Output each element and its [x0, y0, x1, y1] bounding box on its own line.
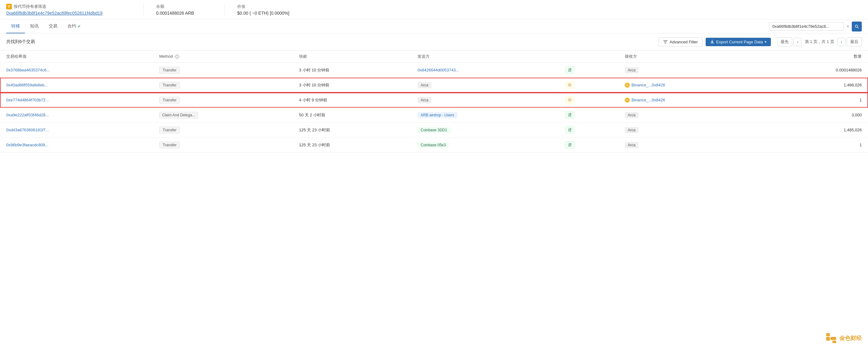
tx-hash-link[interactable]: 0x96b9e3faeacdc809...	[6, 143, 49, 147]
advanced-filter-button[interactable]: Advanced Filter	[658, 37, 702, 46]
transactions-table-container: 交易哈希值 Method ⓘ 块龄 发送方 接收方 数量 0x3768bea46…	[0, 50, 868, 152]
method-cell: Transfer	[153, 78, 293, 93]
export-button[interactable]: Export Current Page Data ▾	[706, 38, 771, 46]
search-clear-button[interactable]: ×	[846, 24, 850, 29]
download-icon	[710, 40, 714, 44]
svg-line-4	[858, 27, 859, 28]
receiver-cell: Arca	[619, 108, 763, 123]
col-method: Method ⓘ	[153, 50, 293, 63]
method-cell: Claim And Delega...	[153, 108, 293, 123]
receiver-link[interactable]: Binance_...0x8426	[632, 83, 665, 88]
direction-cell: 出	[559, 78, 619, 93]
sender-tag-green: Coinbase 05e3	[417, 142, 449, 148]
advanced-filter-label: Advanced Filter	[670, 40, 698, 44]
direction-badge: 进	[565, 141, 575, 148]
qty-cell: 0.0001488026	[763, 63, 868, 78]
tx-hash-link[interactable]: 0xe774d4864f703b72...	[6, 98, 49, 102]
sender-tag: Arca	[417, 82, 432, 88]
receiver-tag: Arca	[625, 67, 639, 73]
direction-cell: 进	[559, 138, 619, 152]
tx-hash-link[interactable]: 0x3768bea4635374c6...	[6, 68, 50, 72]
results-count: 共找到6个交易	[6, 39, 655, 45]
prev-page-button[interactable]: ‹	[794, 38, 802, 46]
sender-link[interactable]: 0x8426644d0053743...	[417, 68, 459, 72]
qty-cell: 1,485,026	[763, 123, 868, 138]
col-qty: 数量	[763, 50, 868, 63]
tx-hash-link[interactable]: 0xa9e222aff33f46d28...	[6, 113, 49, 117]
tx-hash-cell: 0x40ad86f559afe8eb...	[0, 78, 153, 93]
direction-cell: 进	[559, 123, 619, 138]
toolbar: 共找到6个交易 Advanced Filter Export Current P…	[0, 33, 868, 50]
method-cell: Transfer	[153, 138, 293, 152]
svg-point-3	[855, 25, 858, 28]
filter-label-text: 按代币持有者筛选	[14, 4, 46, 9]
receiver-link[interactable]: Binance_...0x8426	[632, 98, 665, 102]
tab-contract[interactable]: 合约 ✔	[62, 20, 86, 33]
top-section: 按代币持有者筛选 0xa66f8db3b8f1e4c79e52ac89fec05…	[6, 4, 862, 15]
tx-hash-cell: 0xe774d4864f703b72...	[0, 93, 153, 108]
price-value: $0.00 ( ~0 ETH) [0.0000%]	[237, 11, 289, 15]
age-cell: 4 小时 9 分钟前	[293, 93, 411, 108]
tabs-bar: 转移 知讯 交易 合约 ✔ ×	[0, 20, 868, 33]
method-badge: Transfer	[159, 82, 180, 89]
table-row: 0xe774d4864f703b72...Transfer4 小时 9 分钟前A…	[0, 93, 868, 108]
direction-cell: 进	[559, 108, 619, 123]
table-row: 0xd43a6763606181f7...Transfer125 天 23 小时…	[0, 123, 868, 138]
method-badge: Transfer	[159, 67, 180, 74]
method-info-icon[interactable]: ⓘ	[175, 55, 179, 59]
search-button[interactable]	[852, 22, 862, 32]
table-row: 0x3768bea4635374c6...Transfer3 小时 10 分钟前…	[0, 63, 868, 78]
table-header-row: 交易哈希值 Method ⓘ 块龄 发送方 接收方 数量	[0, 50, 868, 63]
binance-icon: ●	[625, 98, 630, 103]
method-badge: Transfer	[159, 142, 180, 148]
export-label: Export Current Page Data	[716, 40, 763, 44]
age-cell: 125 天 23 小时前	[293, 138, 411, 152]
tab-news[interactable]: 知讯	[25, 20, 44, 33]
qty-cell: 1,488,026	[763, 78, 868, 93]
tx-hash-cell: 0xd43a6763606181f7...	[0, 123, 153, 138]
direction-cell: 进	[559, 63, 619, 78]
search-input[interactable]	[769, 22, 844, 31]
export-dropdown-arrow: ▾	[765, 40, 767, 44]
tab-transactions[interactable]: 交易	[44, 20, 62, 33]
filter-address[interactable]: 0xa66f8db3b8f1e4c79e52ac89fec052811f4dbd…	[6, 11, 131, 15]
tx-hash-cell: 0xa9e222aff33f46d28...	[0, 108, 153, 123]
price-label: 价值	[237, 4, 289, 9]
filter-icon	[663, 40, 668, 44]
balance-value: 0.0001488026 ARB	[156, 11, 212, 15]
svg-rect-1	[8, 6, 10, 7]
tab-transfer[interactable]: 转移	[6, 20, 25, 33]
receiver-tag: Arca	[625, 127, 639, 133]
direction-badge: 进	[565, 66, 575, 74]
direction-cell: 出	[559, 93, 619, 108]
direction-badge: 进	[565, 126, 575, 134]
age-cell: 50 天 2 小时前	[293, 108, 411, 123]
sender-cell: Arca	[411, 93, 559, 108]
method-cell: Transfer	[153, 63, 293, 78]
col-receiver: 接收方	[619, 50, 763, 63]
col-sender: 发送方	[411, 50, 559, 63]
receiver-cell: Arca	[619, 63, 763, 78]
sender-tag-green: Coinbase 3DD1	[417, 127, 450, 133]
receiver-cell: ●Binance_...0x8426	[619, 93, 763, 108]
svg-rect-2	[8, 7, 10, 8]
next-page-button[interactable]: ›	[837, 38, 845, 46]
col-tx-hash: 交易哈希值	[0, 50, 153, 63]
value-section: 价值 $0.00 ( ~0 ETH) [0.0000%]	[225, 4, 289, 15]
tx-hash-cell: 0x96b9e3faeacdc809...	[0, 138, 153, 152]
direction-badge: 出	[565, 81, 575, 89]
tx-hash-link[interactable]: 0xd43a6763606181f7...	[6, 128, 49, 132]
direction-badge: 进	[565, 111, 575, 118]
table-row: 0x96b9e3faeacdc809...Transfer125 天 23 小时…	[0, 138, 868, 152]
sender-cell: Arca	[411, 78, 559, 93]
filter-label: 按代币持有者筛选	[6, 4, 131, 9]
tx-hash-link[interactable]: 0x40ad86f559afe8eb...	[6, 83, 48, 88]
table-row: 0xa9e222aff33f46d28...Claim And Delega..…	[0, 108, 868, 123]
age-cell: 3 小时 10 分钟前	[293, 63, 411, 78]
receiver-cell: ●Binance_...0x8426	[619, 78, 763, 93]
receiver-tag: Arca	[625, 142, 639, 148]
last-page-button[interactable]: 最后	[847, 37, 862, 46]
first-page-button[interactable]: 最先	[777, 37, 792, 46]
method-badge: Transfer	[159, 127, 180, 134]
col-direction	[559, 50, 619, 63]
